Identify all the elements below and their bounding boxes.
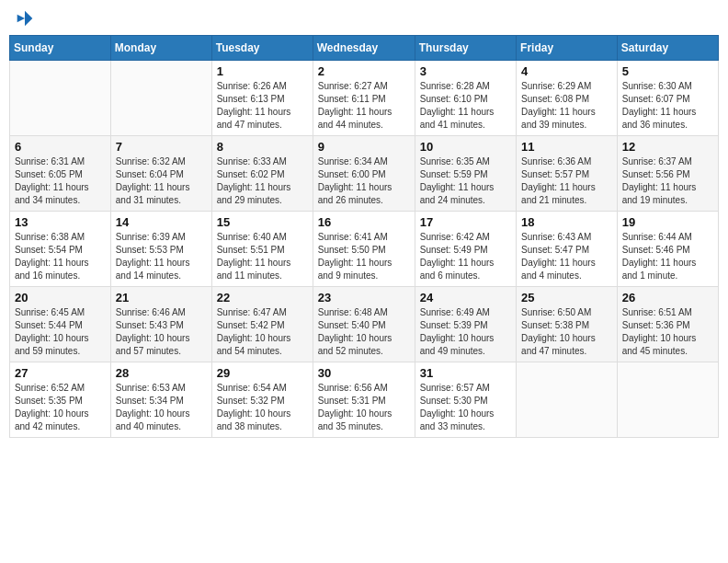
day-number: 5	[622, 64, 713, 78]
day-info: Sunrise: 6:57 AMSunset: 5:30 PMDaylight:…	[420, 382, 511, 433]
day-info: Sunrise: 6:37 AMSunset: 5:56 PMDaylight:…	[622, 155, 713, 207]
day-info: Sunrise: 6:29 AMSunset: 6:08 PMDaylight:…	[521, 80, 612, 132]
day-number: 9	[318, 140, 410, 154]
calendar-cell: 20Sunrise: 6:45 AMSunset: 5:44 PMDayligh…	[10, 287, 111, 362]
day-info: Sunrise: 6:50 AMSunset: 5:38 PMDaylight:…	[521, 306, 612, 358]
day-number: 22	[217, 291, 308, 304]
day-info: Sunrise: 6:44 AMSunset: 5:46 PMDaylight:…	[622, 231, 713, 282]
calendar-cell: 6Sunrise: 6:31 AMSunset: 6:05 PMDaylight…	[10, 136, 111, 212]
day-number: 14	[116, 215, 207, 229]
day-number: 29	[217, 366, 308, 380]
calendar-cell: 21Sunrise: 6:46 AMSunset: 5:43 PMDayligh…	[110, 287, 211, 362]
day-number: 23	[318, 291, 410, 304]
day-number: 7	[116, 140, 207, 154]
calendar-cell	[517, 362, 618, 438]
calendar-cell: 9Sunrise: 6:34 AMSunset: 6:00 PMDaylight…	[313, 136, 415, 212]
day-number: 16	[318, 215, 410, 229]
day-number: 20	[15, 291, 106, 304]
calendar-cell	[10, 61, 111, 136]
calendar-cell: 12Sunrise: 6:37 AMSunset: 5:56 PMDayligh…	[617, 136, 718, 212]
calendar-header-row: SundayMondayTuesdayWednesdayThursdayFrid…	[10, 36, 719, 61]
day-number: 18	[521, 215, 612, 229]
day-number: 2	[318, 64, 410, 78]
day-number: 17	[420, 215, 511, 229]
day-info: Sunrise: 6:33 AMSunset: 6:02 PMDaylight:…	[217, 155, 308, 207]
day-number: 19	[622, 215, 713, 229]
calendar-cell: 24Sunrise: 6:49 AMSunset: 5:39 PMDayligh…	[415, 287, 516, 362]
day-info: Sunrise: 6:53 AMSunset: 5:34 PMDaylight:…	[116, 382, 207, 433]
day-number: 30	[318, 366, 410, 380]
calendar-week-row-3: 20Sunrise: 6:45 AMSunset: 5:44 PMDayligh…	[10, 287, 719, 362]
calendar-cell: 26Sunrise: 6:51 AMSunset: 5:36 PMDayligh…	[617, 287, 718, 362]
calendar-cell: 13Sunrise: 6:38 AMSunset: 5:54 PMDayligh…	[10, 212, 111, 287]
calendar-week-row-0: 1Sunrise: 6:26 AMSunset: 6:13 PMDaylight…	[10, 61, 719, 136]
page: SundayMondayTuesdayWednesdayThursdayFrid…	[0, 0, 728, 563]
day-info: Sunrise: 6:26 AMSunset: 6:13 PMDaylight:…	[217, 80, 308, 132]
calendar-table: SundayMondayTuesdayWednesdayThursdayFrid…	[9, 35, 719, 438]
day-info: Sunrise: 6:35 AMSunset: 5:59 PMDaylight:…	[420, 155, 511, 207]
day-info: Sunrise: 6:40 AMSunset: 5:51 PMDaylight:…	[217, 231, 308, 282]
day-info: Sunrise: 6:39 AMSunset: 5:53 PMDaylight:…	[116, 231, 207, 282]
calendar-cell: 11Sunrise: 6:36 AMSunset: 5:57 PMDayligh…	[517, 136, 618, 212]
calendar-cell: 8Sunrise: 6:33 AMSunset: 6:02 PMDaylight…	[211, 136, 313, 212]
day-number: 1	[217, 64, 308, 78]
day-number: 15	[217, 215, 308, 229]
calendar-header-monday: Monday	[110, 36, 211, 61]
calendar-cell: 3Sunrise: 6:28 AMSunset: 6:10 PMDaylight…	[415, 61, 516, 136]
svg-marker-0	[25, 11, 32, 27]
calendar-cell: 4Sunrise: 6:29 AMSunset: 6:08 PMDaylight…	[517, 61, 618, 136]
day-number: 21	[116, 291, 207, 304]
day-info: Sunrise: 6:51 AMSunset: 5:36 PMDaylight:…	[622, 306, 713, 358]
logo-icon	[16, 9, 34, 28]
day-number: 8	[217, 140, 308, 154]
day-number: 27	[15, 366, 106, 380]
day-number: 12	[622, 140, 713, 154]
calendar-week-row-4: 27Sunrise: 6:52 AMSunset: 5:35 PMDayligh…	[10, 362, 719, 438]
day-info: Sunrise: 6:42 AMSunset: 5:49 PMDaylight:…	[420, 231, 511, 282]
day-number: 10	[420, 140, 511, 154]
calendar-cell: 7Sunrise: 6:32 AMSunset: 6:04 PMDaylight…	[110, 136, 211, 212]
calendar-header-tuesday: Tuesday	[211, 36, 313, 61]
calendar-cell: 31Sunrise: 6:57 AMSunset: 5:30 PMDayligh…	[415, 362, 516, 438]
calendar-cell: 19Sunrise: 6:44 AMSunset: 5:46 PMDayligh…	[617, 212, 718, 287]
calendar-cell: 1Sunrise: 6:26 AMSunset: 6:13 PMDaylight…	[211, 61, 313, 136]
calendar-week-row-1: 6Sunrise: 6:31 AMSunset: 6:05 PMDaylight…	[10, 136, 719, 212]
day-info: Sunrise: 6:48 AMSunset: 5:40 PMDaylight:…	[318, 306, 410, 358]
day-info: Sunrise: 6:38 AMSunset: 5:54 PMDaylight:…	[15, 231, 106, 282]
day-number: 13	[15, 215, 106, 229]
calendar-header-sunday: Sunday	[10, 36, 111, 61]
svg-marker-1	[17, 15, 25, 22]
header	[9, 9, 719, 28]
calendar-cell: 23Sunrise: 6:48 AMSunset: 5:40 PMDayligh…	[313, 287, 415, 362]
day-info: Sunrise: 6:56 AMSunset: 5:31 PMDaylight:…	[318, 382, 410, 433]
day-info: Sunrise: 6:30 AMSunset: 6:07 PMDaylight:…	[622, 80, 713, 132]
calendar-header-wednesday: Wednesday	[313, 36, 415, 61]
calendar-cell: 28Sunrise: 6:53 AMSunset: 5:34 PMDayligh…	[110, 362, 211, 438]
calendar-cell	[110, 61, 211, 136]
day-info: Sunrise: 6:52 AMSunset: 5:35 PMDaylight:…	[15, 382, 106, 433]
day-info: Sunrise: 6:43 AMSunset: 5:47 PMDaylight:…	[521, 231, 612, 282]
calendar-header-saturday: Saturday	[617, 36, 718, 61]
day-info: Sunrise: 6:28 AMSunset: 6:10 PMDaylight:…	[420, 80, 511, 132]
calendar-cell: 5Sunrise: 6:30 AMSunset: 6:07 PMDaylight…	[617, 61, 718, 136]
calendar-week-row-2: 13Sunrise: 6:38 AMSunset: 5:54 PMDayligh…	[10, 212, 719, 287]
day-info: Sunrise: 6:46 AMSunset: 5:43 PMDaylight:…	[116, 306, 207, 358]
day-number: 11	[521, 140, 612, 154]
day-info: Sunrise: 6:34 AMSunset: 6:00 PMDaylight:…	[318, 155, 410, 207]
day-info: Sunrise: 6:54 AMSunset: 5:32 PMDaylight:…	[217, 382, 308, 433]
day-number: 6	[15, 140, 106, 154]
calendar-cell: 2Sunrise: 6:27 AMSunset: 6:11 PMDaylight…	[313, 61, 415, 136]
day-number: 24	[420, 291, 511, 304]
logo	[13, 9, 34, 28]
calendar-cell	[617, 362, 718, 438]
calendar-cell: 18Sunrise: 6:43 AMSunset: 5:47 PMDayligh…	[517, 212, 618, 287]
calendar-cell: 10Sunrise: 6:35 AMSunset: 5:59 PMDayligh…	[415, 136, 516, 212]
day-number: 31	[420, 366, 511, 380]
calendar-cell: 14Sunrise: 6:39 AMSunset: 5:53 PMDayligh…	[110, 212, 211, 287]
day-info: Sunrise: 6:41 AMSunset: 5:50 PMDaylight:…	[318, 231, 410, 282]
day-number: 26	[622, 291, 713, 304]
calendar-cell: 16Sunrise: 6:41 AMSunset: 5:50 PMDayligh…	[313, 212, 415, 287]
calendar-cell: 29Sunrise: 6:54 AMSunset: 5:32 PMDayligh…	[211, 362, 313, 438]
day-info: Sunrise: 6:45 AMSunset: 5:44 PMDaylight:…	[15, 306, 106, 358]
calendar-header-thursday: Thursday	[415, 36, 516, 61]
